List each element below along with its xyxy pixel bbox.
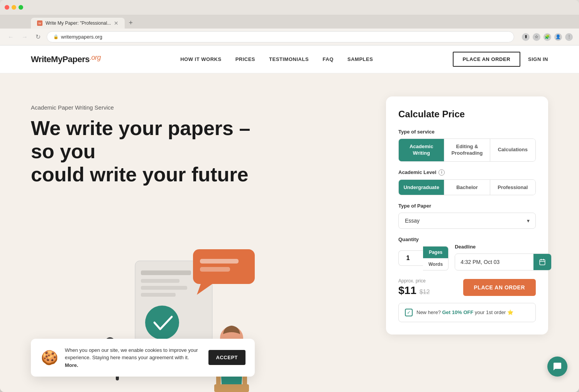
main-nav: HOW IT WORKS PRICES TESTIMONIALS FAQ SAM…: [180, 56, 373, 62]
price-original: $12: [420, 289, 430, 296]
share-icon[interactable]: ⬆: [522, 33, 530, 41]
hero-text: Academic Paper Writing Service We write …: [31, 96, 371, 186]
calculator-title: Calculate Price: [398, 109, 536, 120]
deadline-label: Deadline: [455, 244, 552, 250]
logo-tld: .org: [90, 54, 101, 62]
url-text: writemypapers.org: [61, 34, 102, 40]
qty-deadline-row: Quantity Pages Words Deadline: [398, 237, 536, 270]
paper-type-label: Type of Paper: [398, 203, 536, 209]
service-type-group: Type of service Academic Writing Editing…: [398, 129, 536, 162]
tab-bar: W Write My Paper: "Professional... ✕ +: [0, 15, 579, 29]
price-row: Approx. price $11 $12 PLACE AN ORDER: [398, 278, 536, 297]
extensions-icon[interactable]: 🧩: [543, 33, 551, 41]
new-user-checkbox[interactable]: ✓: [405, 309, 413, 316]
header-place-order-button[interactable]: PLACE AN ORDER: [453, 52, 521, 67]
traffic-lights: [5, 5, 23, 10]
title-bar: [0, 0, 579, 15]
qty-deadline-group: Quantity Pages Words Deadline: [398, 237, 536, 270]
deadline-input-row: [455, 253, 552, 270]
deadline-group: Deadline: [455, 244, 552, 270]
logo-text: WriteMyPapers: [31, 54, 90, 64]
browser-toolbar: ⬆ ☆ 🧩 👤 ⋮: [522, 33, 573, 41]
nav-how-it-works[interactable]: HOW IT WORKS: [180, 56, 221, 62]
hero-section: Academic Paper Writing Service We write …: [0, 73, 579, 392]
url-bar[interactable]: 🔒 writemypapers.org: [47, 31, 514, 42]
svg-rect-9: [200, 267, 230, 272]
ssl-lock-icon: 🔒: [53, 34, 59, 39]
new-user-text: New here? Get 10% OFF your 1st order ⭐: [416, 309, 513, 315]
address-bar: ← → ↻ 🔒 writemypapers.org ⬆ ☆ 🧩 👤 ⋮: [0, 29, 579, 46]
tab-title: Write My Paper: "Professional...: [46, 20, 111, 26]
academic-level-group: Academic Level i Undergraduate Bachelor …: [398, 169, 536, 195]
price-display: $11 $12: [398, 284, 430, 297]
svg-rect-8: [200, 259, 239, 264]
tab-close-icon[interactable]: ✕: [114, 20, 119, 26]
fullscreen-window-button[interactable]: [19, 5, 23, 10]
new-tab-button[interactable]: +: [125, 17, 136, 29]
price-info: Approx. price $11 $12: [398, 278, 430, 297]
forward-button[interactable]: →: [20, 32, 29, 42]
cookie-icon: 🍪: [40, 348, 59, 367]
cookie-more-link[interactable]: More.: [65, 362, 78, 368]
paper-type-select-wrapper: Essay Research Paper Term Paper Disserta…: [398, 213, 536, 229]
chat-button[interactable]: [547, 357, 567, 377]
back-button[interactable]: ←: [6, 32, 15, 42]
service-type-label: Type of service: [398, 129, 536, 135]
site-header: WriteMyPapers .org HOW IT WORKS PRICES T…: [0, 46, 579, 73]
service-type-buttons: Academic Writing Editing & Proofreading …: [398, 139, 536, 162]
cookie-banner: 🍪 When you open our site, we enable cook…: [31, 339, 255, 377]
quantity-controls: Pages Words: [398, 246, 449, 270]
pages-button[interactable]: Pages: [423, 246, 449, 258]
reload-button[interactable]: ↻: [34, 32, 42, 42]
paper-type-select[interactable]: Essay Research Paper Term Paper Disserta…: [398, 213, 536, 229]
quantity-group: Quantity Pages Words: [398, 237, 449, 270]
chat-icon: [553, 362, 562, 371]
svg-rect-17: [540, 260, 545, 265]
close-window-button[interactable]: [5, 5, 9, 10]
svg-point-5: [145, 306, 179, 340]
level-undergraduate-button[interactable]: Undergraduate: [399, 180, 444, 195]
approx-price-label: Approx. price: [398, 278, 430, 284]
cookie-text: When you open our site, we enable cookie…: [65, 346, 202, 369]
nav-faq[interactable]: FAQ: [323, 56, 334, 62]
service-academic-writing-button[interactable]: Academic Writing: [399, 139, 444, 161]
level-professional-button[interactable]: Professional: [490, 180, 535, 195]
nav-prices[interactable]: PRICES: [235, 56, 255, 62]
discount-link[interactable]: Get 10% OFF: [442, 309, 475, 315]
quantity-label: Quantity: [398, 237, 449, 242]
profile-icon[interactable]: 👤: [554, 33, 562, 41]
quantity-input[interactable]: [398, 250, 423, 266]
calendar-icon: [539, 259, 546, 265]
active-tab[interactable]: W Write My Paper: "Professional... ✕: [31, 18, 125, 29]
quantity-unit-buttons: Pages Words: [423, 246, 449, 270]
academic-level-buttons: Undergraduate Bachelor Professional: [398, 179, 536, 195]
menu-icon[interactable]: ⋮: [565, 33, 573, 41]
new-user-banner: ✓ New here? Get 10% OFF your 1st order ⭐: [398, 303, 536, 322]
svg-rect-3: [141, 286, 187, 290]
academic-level-info-icon[interactable]: i: [438, 169, 445, 176]
minimize-window-button[interactable]: [12, 5, 16, 10]
academic-level-label: Academic Level i: [398, 169, 536, 176]
accept-cookie-button[interactable]: ACCEPT: [208, 350, 245, 365]
words-button[interactable]: Words: [423, 258, 449, 270]
hero-title: We write your papers – so you could writ…: [31, 117, 255, 186]
level-bachelor-button[interactable]: Bachelor: [444, 180, 490, 195]
paper-type-group: Type of Paper Essay Research Paper Term …: [398, 203, 536, 229]
bookmark-icon[interactable]: ☆: [533, 33, 540, 41]
service-calculations-button[interactable]: Calculations: [490, 139, 535, 161]
deadline-input[interactable]: [455, 254, 533, 270]
calculator-card: Calculate Price Type of service Academic…: [386, 96, 548, 335]
svg-rect-4: [141, 293, 176, 297]
nav-samples[interactable]: SAMPLES: [347, 56, 373, 62]
sign-in-button[interactable]: SIGN IN: [528, 56, 548, 62]
place-order-button[interactable]: PLACE AN ORDER: [463, 279, 536, 296]
calendar-button[interactable]: [533, 254, 551, 270]
svg-rect-2: [141, 279, 179, 283]
nav-testimonials[interactable]: TESTIMONIALS: [269, 56, 309, 62]
price-main: $11: [398, 284, 416, 297]
service-editing-proofreading-button[interactable]: Editing & Proofreading: [444, 139, 490, 161]
page-content: WriteMyPapers .org HOW IT WORKS PRICES T…: [0, 46, 579, 392]
tab-favicon-icon: W: [37, 20, 42, 26]
hero-subtitle: Academic Paper Writing Service: [31, 104, 371, 111]
logo[interactable]: WriteMyPapers .org: [31, 54, 101, 64]
